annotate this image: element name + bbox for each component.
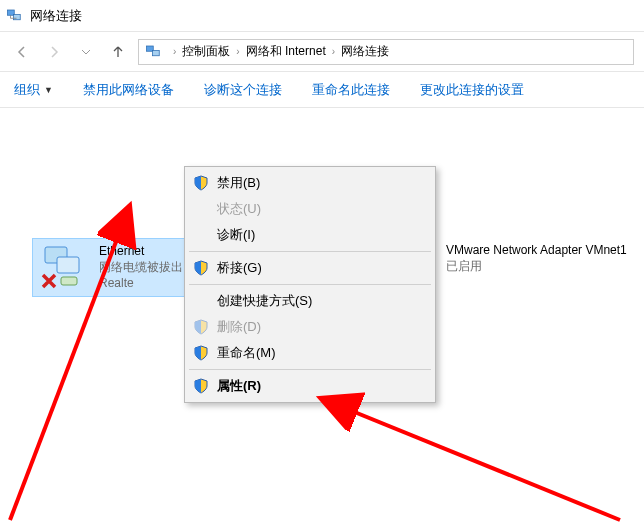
svg-line-10: [10, 205, 130, 520]
svg-line-11: [320, 398, 620, 520]
annotation-arrow: [0, 0, 644, 529]
